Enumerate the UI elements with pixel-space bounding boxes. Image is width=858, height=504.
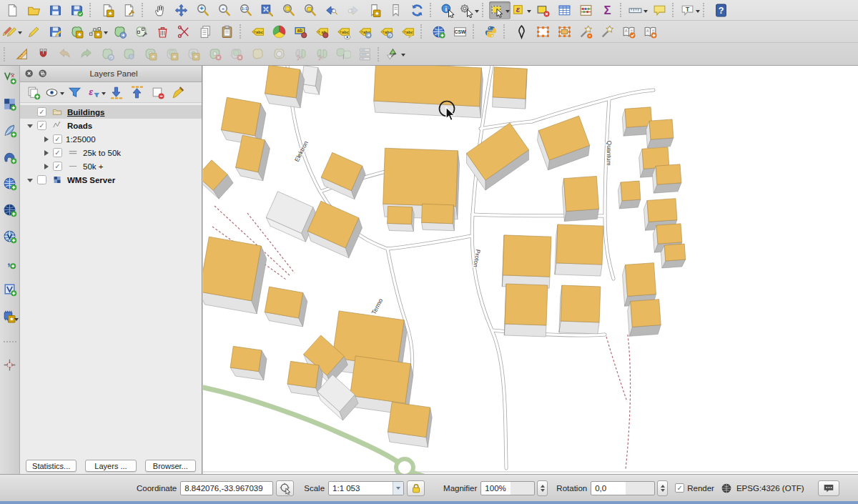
zoom-native-button[interactable]: 1:1 (235, 1, 256, 19)
zoom-full-button[interactable] (256, 1, 277, 19)
text-annotation-button[interactable]: T (679, 1, 701, 19)
expander-icon[interactable] (24, 175, 36, 185)
dropdown-arrow-icon[interactable] (14, 318, 19, 323)
wand-badge-button[interactable] (575, 23, 596, 41)
layer-tree-item-wms-server[interactable]: WMS Server (20, 173, 202, 187)
magnifier-spinbox[interactable]: 100% (480, 480, 548, 496)
layer-labeling-button[interactable]: abc (247, 23, 268, 41)
expand-all-button[interactable] (106, 84, 127, 101)
add-wms-layer-button[interactable] (1, 174, 19, 192)
move-label-button[interactable]: abc (354, 23, 375, 41)
move-feature-button[interactable] (109, 23, 130, 41)
select-rectangle-button[interactable] (489, 1, 511, 19)
zoom-last-button[interactable] (320, 1, 342, 19)
add-delimited-text-layer-button[interactable]: , (1, 253, 19, 272)
scale-lock-button[interactable] (407, 480, 425, 496)
log-messages-button[interactable] (818, 480, 839, 496)
pan-to-selection-button[interactable] (170, 1, 192, 19)
layer-tree-item-50k-[interactable]: ✓50k + (20, 159, 202, 173)
add-vector-layer-button[interactable] (1, 68, 19, 87)
new-composer-button[interactable] (97, 1, 118, 19)
zoom-to-selection-button[interactable] (299, 1, 320, 19)
panel-tab-layers[interactable]: Layers ... (85, 460, 136, 472)
add-virtual-layer-button[interactable] (1, 280, 19, 298)
layer-visibility-button[interactable] (44, 84, 64, 101)
layer-tree-item-25k-to-50k[interactable]: ✓25k to 50k (20, 146, 202, 159)
dropdown-arrow-icon[interactable] (527, 10, 531, 15)
expander-icon[interactable] (40, 150, 51, 156)
rotation-spinbox[interactable]: 0,0 (591, 480, 668, 496)
rotate-label-button[interactable]: abc (375, 23, 397, 41)
add-feature-button[interactable] (66, 23, 87, 41)
add-circular-string-button[interactable] (87, 23, 109, 41)
open-project-button[interactable] (23, 1, 44, 19)
rotation-stepper[interactable] (657, 480, 668, 496)
add-spatialite-layer-button[interactable] (1, 121, 19, 139)
map-canvas[interactable]: ElektronQuantumProtonTermo (203, 66, 858, 474)
metasearch-csw-button[interactable]: CSW (449, 23, 470, 41)
expression-filter-button[interactable]: ε (85, 84, 106, 101)
refresh-map-button[interactable] (406, 1, 428, 19)
dropdown-arrow-icon[interactable] (506, 10, 510, 15)
cut-features-button[interactable] (173, 23, 194, 41)
plugin-kite-button[interactable] (511, 23, 532, 41)
dropdown-arrow-icon[interactable] (60, 92, 64, 97)
magic-wand-button[interactable] (596, 23, 618, 41)
measure-line-button[interactable] (627, 1, 649, 19)
web-globe-add-button[interactable] (428, 23, 449, 41)
layer-tree-item-1-25000[interactable]: ✓1:25000 (20, 132, 202, 146)
highlight-crosshair-button[interactable] (1, 355, 19, 374)
new-bookmark-button[interactable] (363, 1, 385, 19)
feature-action-button[interactable] (458, 1, 480, 19)
new-layer-button[interactable] (1, 306, 19, 325)
offset-point-symbols-button[interactable] (385, 45, 406, 63)
rotation-value[interactable]: 0,0 (591, 481, 655, 495)
dropdown-arrow-icon[interactable] (644, 10, 648, 15)
python-console-button[interactable] (480, 23, 501, 41)
field-book-add-button[interactable]: A (639, 23, 661, 41)
add-wcs-layer-button[interactable] (1, 200, 19, 219)
layer-diagram-button[interactable] (268, 23, 290, 41)
add-postgis-layer-button[interactable] (1, 147, 19, 166)
magnifier-stepper[interactable] (537, 480, 548, 496)
toggle-editing-button[interactable] (23, 23, 44, 41)
add-wfs-layer-button[interactable] (1, 227, 19, 245)
layer-checkbox[interactable]: ✓ (53, 148, 62, 157)
new-project-button[interactable] (1, 1, 23, 19)
identify-features-button[interactable]: i (437, 1, 458, 19)
change-label-button[interactable]: abc (397, 23, 418, 41)
expander-icon[interactable] (24, 121, 36, 131)
remove-layer-button[interactable] (147, 84, 168, 101)
layer-checkbox[interactable] (37, 175, 46, 184)
layer-checkbox[interactable]: ✓ (37, 121, 46, 130)
nodes-rectangle-button[interactable] (532, 23, 553, 41)
dropdown-arrow-icon[interactable] (102, 92, 106, 97)
attribute-table-button[interactable] (553, 1, 575, 19)
field-book-check-button[interactable]: A (618, 23, 639, 41)
add-raster-layer-button[interactable] (1, 94, 19, 113)
save-project-as-button[interactable] (66, 1, 87, 19)
layer-styling-button[interactable] (168, 84, 189, 101)
zoom-out-button[interactable]: - (213, 1, 235, 19)
save-layer-edits-button[interactable] (44, 23, 66, 41)
pan-map-button[interactable] (149, 1, 170, 19)
pin-unpin-labels-button[interactable]: ab (311, 23, 332, 41)
zoom-in-button[interactable]: + (192, 1, 213, 19)
zoom-to-layer-button[interactable] (277, 1, 299, 19)
select-expression-button[interactable]: ε (511, 1, 532, 19)
frame-rectangle-button[interactable] (553, 23, 575, 41)
delete-selected-button[interactable] (152, 23, 173, 41)
paste-features-button[interactable] (216, 23, 237, 41)
dropdown-arrow-icon[interactable] (104, 31, 108, 36)
crs-status-button[interactable]: EPSG:4326 (OTF) (720, 482, 808, 495)
save-project-button[interactable] (44, 1, 66, 19)
node-tool-button[interactable] (130, 23, 152, 41)
dropdown-arrow-icon[interactable] (401, 54, 405, 59)
show-bookmarks-button[interactable] (385, 1, 406, 19)
panel-float-icon[interactable] (38, 69, 48, 79)
dropdown-arrow-icon[interactable] (475, 10, 479, 15)
panel-tab-browser[interactable]: Browser... (145, 460, 196, 472)
layer-checkbox[interactable]: ✓ (53, 162, 62, 171)
panel-tab-statistics[interactable]: Statistics... (26, 460, 77, 472)
highlight-pinned-labels-button[interactable]: ab (290, 23, 311, 41)
